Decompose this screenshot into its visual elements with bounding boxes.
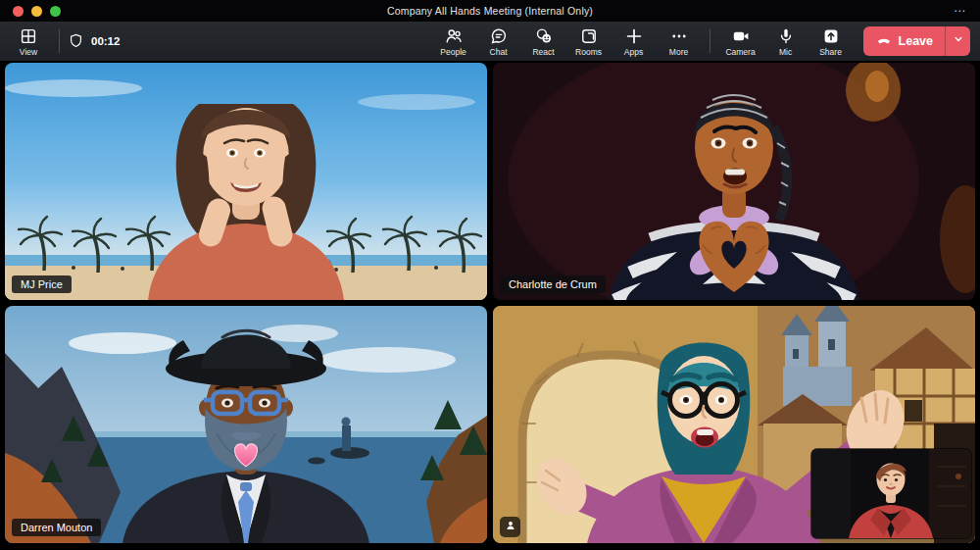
video-tile-darren-mouton[interactable]: Darren Mouton <box>5 306 487 543</box>
meeting-timer: 00:12 <box>68 32 120 51</box>
react-button[interactable]: React <box>521 23 566 60</box>
mic-button[interactable]: Mic <box>763 23 808 60</box>
timer-value: 00:12 <box>91 35 120 47</box>
view-button[interactable]: View <box>6 23 51 60</box>
chat-button[interactable]: Chat <box>476 23 521 60</box>
minimize-button[interactable] <box>31 6 42 17</box>
toolbar-right: People Chat <box>431 23 970 60</box>
meeting-window: Company All Hands Meeting (Internal Only… <box>0 0 980 550</box>
avatar-scene-dark-room <box>493 63 975 300</box>
rooms-label: Rooms <box>575 47 602 57</box>
video-tile-mj-price[interactable]: MJ Price <box>5 63 487 300</box>
share-icon <box>821 26 841 46</box>
people-icon <box>444 26 464 46</box>
apps-button[interactable]: Apps <box>612 23 657 60</box>
titlebar: Company All Hands Meeting (Internal Only… <box>0 0 980 22</box>
avatar-badge-icon <box>504 519 517 536</box>
apps-plus-icon <box>624 26 644 46</box>
shield-icon <box>68 32 84 51</box>
leave-main[interactable]: Leave <box>863 26 945 56</box>
participant-name-label: Charlotte de Crum <box>500 275 606 293</box>
hangup-phone-icon <box>875 31 893 52</box>
share-button[interactable]: Share <box>808 23 854 60</box>
leave-options-chevron[interactable] <box>945 26 970 56</box>
more-button[interactable]: More <box>657 23 702 60</box>
chat-icon <box>489 26 509 46</box>
more-label: More <box>669 47 688 57</box>
view-label: View <box>20 47 37 57</box>
video-tile-charlotte-de-crum[interactable]: Charlotte de Crum <box>493 63 975 300</box>
view-grid-icon <box>19 26 38 46</box>
react-label: React <box>532 47 554 57</box>
react-icon <box>534 26 554 46</box>
toolbar-divider <box>59 29 60 53</box>
camera-label: Camera <box>725 47 755 57</box>
avatar-scene-coast <box>5 306 487 543</box>
avatar-status-badge <box>500 517 520 537</box>
avatar-scene-beach <box>5 63 487 300</box>
rooms-icon <box>579 26 599 46</box>
share-label: Share <box>819 47 842 57</box>
chat-label: Chat <box>490 47 508 57</box>
close-button[interactable] <box>13 6 24 17</box>
mic-icon <box>776 26 796 46</box>
leave-button[interactable]: Leave <box>863 26 970 56</box>
people-button[interactable]: People <box>431 23 476 60</box>
traffic-lights <box>13 6 61 17</box>
zoom-button[interactable] <box>50 6 61 17</box>
toolbar-divider <box>710 29 710 53</box>
mic-label: Mic <box>779 47 792 57</box>
rooms-button[interactable]: Rooms <box>566 23 612 60</box>
titlebar-more-icon[interactable]: ⋯ <box>954 6 966 16</box>
camera-button[interactable]: Camera <box>718 23 763 60</box>
participant-name-label: Darren Mouton <box>12 519 101 536</box>
self-view-avatar <box>811 449 971 538</box>
participant-name-label: MJ Price <box>12 275 72 293</box>
leave-label: Leave <box>899 34 933 48</box>
people-label: People <box>440 47 466 57</box>
self-view-pip[interactable] <box>811 449 971 538</box>
camera-icon <box>731 26 751 46</box>
window-title: Company All Hands Meeting (Internal Only… <box>0 5 980 17</box>
more-ellipsis-icon <box>669 26 689 46</box>
video-tile-presenter[interactable] <box>493 306 975 543</box>
chevron-down-icon <box>952 32 965 50</box>
meeting-toolbar: View 00:12 People <box>0 22 980 62</box>
apps-label: Apps <box>624 47 643 57</box>
video-grid: MJ Price <box>5 63 975 545</box>
